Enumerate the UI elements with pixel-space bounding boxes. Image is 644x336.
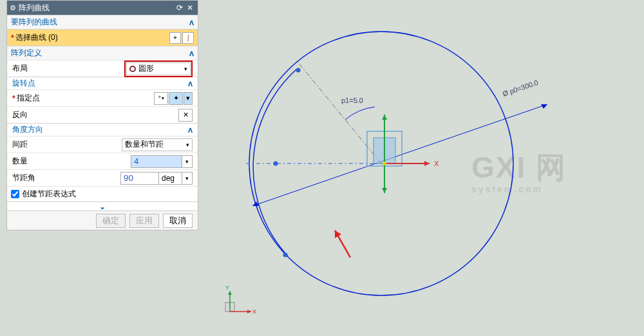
svg-text:X: X (252, 308, 256, 315)
section-definition-label: 阵列定义 (11, 48, 42, 59)
curve-type-button[interactable]: ∫ (182, 32, 194, 44)
svg-point-10 (383, 162, 386, 165)
spacing-label: 间距 (12, 139, 70, 150)
layout-label: 布局 (12, 63, 70, 74)
section-definition-header[interactable]: 阵列定义 ʌ (7, 46, 198, 60)
angle-arc (345, 107, 375, 120)
angle-direction-header[interactable]: 角度方向 ʌ (7, 123, 198, 136)
layout-highlight: 圆形 ▾ (124, 61, 193, 77)
select-curve-row[interactable]: * 选择曲线 (0) + ∫ (7, 29, 198, 46)
node-left (274, 162, 278, 166)
pitch-unit: deg (159, 172, 182, 185)
svg-marker-17 (228, 291, 232, 295)
chevron-down-icon: ▾ (186, 142, 189, 148)
layout-row: 布局 圆形 ▾ (7, 60, 198, 77)
chevron-up-icon: ʌ (189, 18, 194, 27)
view-triad[interactable]: X Y (219, 283, 258, 322)
section-curve-header[interactable]: 要阵列的曲线 ʌ (7, 15, 198, 29)
svg-marker-1 (541, 104, 547, 109)
cancel-button[interactable]: 取消 (163, 214, 193, 228)
specify-point-label: 指定点 (17, 93, 154, 104)
pitch-label: 节距角 (12, 173, 70, 183)
spacing-select[interactable]: 数量和节距 ▾ (122, 138, 193, 151)
rotation-point-header[interactable]: 旋转点 ʌ (7, 77, 198, 89)
scene-svg: Ø p0=300.0 p1=5.0 X (201, 0, 644, 336)
svg-text:Y: Y (225, 285, 229, 291)
diameter-dim-text: Ø p0=300.0 (502, 79, 540, 98)
spacing-value: 数量和节距 (125, 139, 164, 150)
close-button[interactable]: ✕ (185, 3, 195, 12)
chevron-up-icon: ʌ (188, 79, 193, 88)
create-expression-label: 创建节距表达式 (22, 189, 76, 200)
reverse-label: 反向 (12, 109, 178, 120)
select-curve-label: 选择曲线 (0) (15, 32, 58, 43)
diameter-dim-line (252, 104, 547, 206)
angle-leader (298, 62, 381, 163)
chevron-up-icon: ʌ (189, 49, 194, 58)
section-curve-label: 要阵列的曲线 (11, 17, 57, 28)
ok-button[interactable]: 确定 (96, 214, 126, 228)
apply-button[interactable]: 应用 (129, 214, 159, 228)
circle-icon (129, 66, 136, 72)
gear-icon: ⚙ (10, 4, 16, 12)
pitch-dropdown[interactable]: ▾ (182, 172, 193, 185)
collapse-toggle[interactable]: ⌄ (7, 201, 198, 210)
refresh-button[interactable]: ⟳ (175, 3, 185, 12)
panel-title-text: 阵列曲线 (19, 3, 175, 14)
panel-titlebar: ⚙ 阵列曲线 ⟳ ✕ (7, 1, 198, 15)
angle-direction-label: 角度方向 (12, 124, 43, 135)
reverse-row: 反向 ✕ (7, 106, 198, 123)
create-expression-checkbox[interactable] (11, 190, 19, 198)
pattern-curve-panel: ⚙ 阵列曲线 ⟳ ✕ 要阵列的曲线 ʌ * 选择曲线 (0) + ∫ 阵列定义 … (6, 0, 198, 230)
graphics-viewport[interactable]: GXI 网 system.com Ø p0=300.0 p1=5.0 X (201, 0, 644, 336)
specify-point-row: * 指定点 ⁺• ✦ ▾ (7, 89, 198, 106)
rotation-point-label: 旋转点 (12, 78, 35, 89)
create-expression-row: 创建节距表达式 (7, 186, 198, 201)
reverse-button[interactable]: ✕ (178, 109, 193, 122)
dialog-buttons: 确定 应用 取消 (7, 210, 198, 230)
point-add-button[interactable]: ⁺• (154, 92, 168, 105)
count-label: 数量 (12, 156, 70, 167)
svg-marker-9 (382, 188, 387, 193)
point-dropdown-button[interactable]: ▾ (184, 92, 193, 105)
add-selection-button[interactable]: + (169, 32, 181, 44)
chevron-down-icon: ▾ (184, 66, 187, 72)
count-row: 数量 ▾ (7, 153, 198, 169)
pitch-input[interactable] (120, 172, 159, 185)
count-input[interactable] (131, 155, 182, 168)
count-stepper[interactable]: ▾ (182, 155, 193, 168)
spacing-row: 间距 数量和节距 ▾ (7, 136, 198, 153)
node-bottom (283, 253, 288, 257)
layout-select[interactable]: 圆形 ▾ (126, 62, 191, 75)
required-star: * (12, 94, 15, 103)
layout-value: 圆形 (138, 63, 154, 74)
svg-marker-14 (247, 310, 251, 313)
angle-dim-text: p1=5.0 (341, 97, 363, 104)
node-top (296, 68, 301, 73)
axis-x-label: X (434, 160, 439, 167)
svg-marker-5 (424, 161, 430, 166)
pitch-row: 节距角 deg ▾ (7, 169, 198, 186)
point-pick-button[interactable]: ✦ (169, 92, 183, 105)
chevron-up-icon: ʌ (188, 126, 193, 135)
svg-marker-7 (382, 115, 387, 120)
required-star: * (11, 33, 14, 42)
